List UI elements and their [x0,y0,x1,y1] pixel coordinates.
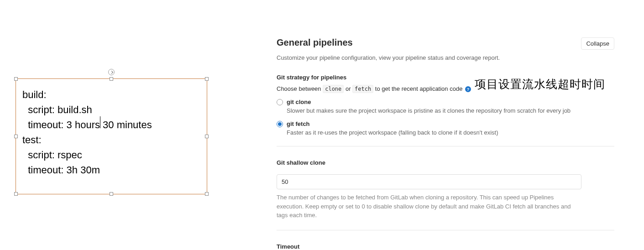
code-token: clone [323,85,344,93]
git-strategy-title: Git strategy for pipelines [277,74,614,81]
timeout-title: Timeout [277,243,614,250]
radio-help: Slower but makes sure the project worksp… [287,107,614,114]
divider [277,146,614,146]
text: Choose between [277,85,323,92]
text-cursor [100,116,100,128]
shallow-clone-title: Git shallow clone [277,159,614,166]
shallow-clone-input[interactable] [277,174,581,189]
code-line: timeout: 3h 30m [22,162,200,177]
code-line: timeout: 3 hours 30 minutes [22,117,200,132]
general-pipelines-panel: General pipelines Collapse Customize you… [277,37,614,250]
resize-handle[interactable] [110,77,113,81]
resize-handle[interactable] [14,192,18,196]
radio-git-clone[interactable]: git clone [277,99,614,105]
divider [277,230,614,230]
code-token: fetch [352,85,373,93]
resize-handle[interactable] [205,192,209,196]
panel-subtitle: Customize your pipeline configuration, v… [277,54,614,61]
radio-input[interactable] [277,99,283,105]
text: or [344,85,352,92]
code-line: test: [22,132,200,147]
rotate-handle-icon[interactable] [108,69,115,75]
resize-handle[interactable] [205,135,209,138]
resize-handle[interactable] [110,192,113,196]
shallow-clone-section: Git shallow clone The number of changes … [277,159,614,220]
timeout-section: Timeout If any job surpasses this timeou… [277,243,614,250]
code-line: script: build.sh [22,102,200,117]
radio-label: git fetch [287,120,310,127]
shallow-clone-hint: The number of changes to be fetched from… [277,193,581,220]
text: to get the recent application code [373,85,464,92]
resize-handle[interactable] [14,77,18,81]
radio-label: git clone [287,99,311,105]
resize-handle[interactable] [14,135,18,138]
code-line: script: rspec [22,147,200,162]
git-strategy-section: Git strategy for pipelines Choose betwee… [277,74,614,136]
code-line: build: [22,87,200,102]
collapse-button[interactable]: Collapse [581,37,614,50]
yaml-editor-box[interactable]: build: script: build.sh timeout: 3 hours… [16,78,207,194]
git-strategy-desc: Choose between clone or fetch to get the… [277,85,614,92]
radio-help: Faster as it re-uses the project workspa… [287,129,614,136]
radio-input[interactable] [277,121,283,127]
resize-handle[interactable] [205,77,209,81]
panel-title: General pipelines [277,37,353,48]
help-icon[interactable]: ? [465,86,471,92]
radio-git-fetch[interactable]: git fetch [277,120,614,127]
